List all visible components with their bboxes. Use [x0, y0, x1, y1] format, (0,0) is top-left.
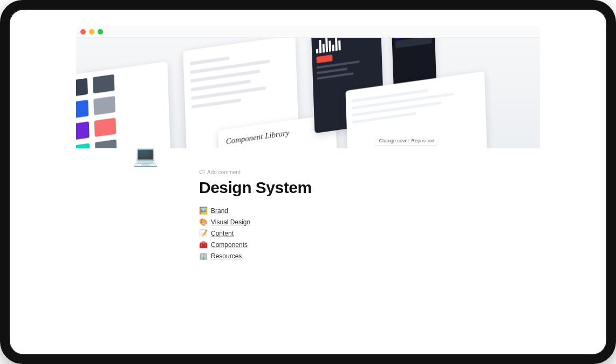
palette-icon: 🎨 [199, 218, 208, 226]
comment-icon [199, 169, 205, 175]
change-cover-button[interactable]: Change cover [379, 138, 409, 143]
building-icon: 🏢 [199, 252, 208, 260]
link-label: Visual Design [211, 218, 250, 226]
add-comment-button[interactable]: Add comment [199, 169, 241, 175]
swatch-purple [76, 121, 90, 141]
app-window: Component Library [76, 26, 540, 260]
page-title: Design System [199, 178, 540, 197]
reposition-button[interactable]: Reposition [411, 138, 434, 143]
swatch-grey [93, 96, 115, 115]
window-close-icon[interactable] [80, 29, 86, 35]
link-components[interactable]: 🧰 Components [199, 241, 540, 249]
swatch-dark2 [93, 74, 115, 94]
swatch-teal [76, 143, 90, 148]
swatch-dark [76, 78, 88, 98]
link-label: Content [211, 230, 234, 237]
cover-actions: Change cover Reposition [375, 136, 437, 145]
page-cover[interactable]: Component Library [76, 38, 540, 148]
window-titlebar [76, 26, 540, 38]
add-comment-label: Add comment [207, 169, 241, 175]
note-icon: 📝 [199, 229, 208, 237]
page-icon[interactable]: 💻 [133, 146, 158, 166]
link-visual-design[interactable]: 🎨 Visual Design [199, 218, 540, 226]
link-content[interactable]: 📝 Content [199, 229, 540, 237]
swatch-coral [94, 118, 117, 137]
window-zoom-icon[interactable] [98, 29, 103, 35]
link-label: Components [211, 241, 248, 249]
toolbox-icon: 🧰 [199, 241, 208, 249]
window-minimize-icon[interactable] [89, 29, 94, 35]
brand-icon: 🖼️ [199, 207, 208, 215]
link-label: Brand [211, 207, 228, 215]
device-frame: Component Library [0, 0, 616, 364]
swatch-blue [76, 100, 88, 119]
screen-content: Component Library [10, 10, 606, 354]
link-brand[interactable]: 🖼️ Brand [199, 207, 540, 215]
cover-swatch-card [76, 61, 172, 148]
page-links: 🖼️ Brand 🎨 Visual Design 📝 Content 🧰 Com… [199, 207, 540, 260]
link-resources[interactable]: 🏢 Resources [199, 252, 540, 260]
cover-artwork: Component Library [76, 38, 540, 148]
link-label: Resources [211, 252, 242, 260]
swatch-grey2 [95, 139, 117, 148]
